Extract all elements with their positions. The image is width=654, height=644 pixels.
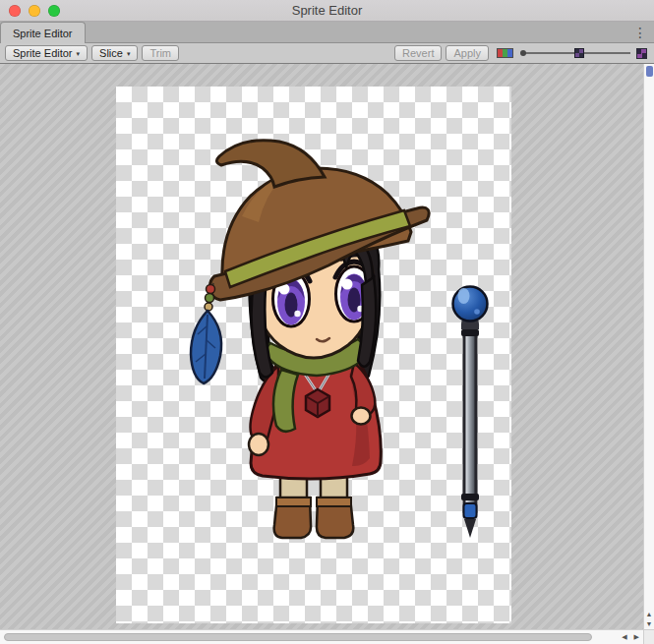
rgb-alpha-toggle-icon[interactable] xyxy=(497,48,513,58)
sprite-editor-window: Sprite Editor Sprite Editor ⋮ Sprite Edi… xyxy=(0,0,654,644)
window-controls xyxy=(9,5,60,17)
tab-label: Sprite Editor xyxy=(13,28,73,39)
sprite-editor-dropdown-label: Sprite Editor xyxy=(13,47,73,59)
mip-levels-icon xyxy=(636,48,647,59)
zoom-button[interactable] xyxy=(48,5,60,17)
scroll-up-button[interactable]: ▲ xyxy=(646,611,653,617)
kebab-menu-icon[interactable]: ⋮ xyxy=(633,25,647,40)
chevron-down-icon: ▾ xyxy=(127,50,131,57)
vertical-scrollbar-arrows: ▲ ▼ xyxy=(644,611,654,627)
minimize-button[interactable] xyxy=(29,5,40,17)
window-title: Sprite Editor xyxy=(0,3,654,18)
zoom-slider[interactable] xyxy=(520,45,630,61)
trim-button[interactable]: Trim xyxy=(142,45,179,61)
scroll-right-button[interactable]: ▶ xyxy=(634,633,639,640)
revert-button-label: Revert xyxy=(402,47,434,59)
scroll-left-button[interactable]: ◀ xyxy=(622,633,626,640)
close-button[interactable] xyxy=(9,5,21,17)
texture-area xyxy=(116,87,511,623)
sprite-editor-dropdown[interactable]: Sprite Editor ▾ xyxy=(5,45,88,61)
staff xyxy=(453,287,488,539)
zoom-slider-thumb[interactable] xyxy=(574,48,584,58)
revert-button[interactable]: Revert xyxy=(394,45,442,61)
scroll-down-button[interactable]: ▼ xyxy=(646,620,653,627)
horizontal-scrollbar-thumb[interactable] xyxy=(4,633,592,641)
tab-bar: Sprite Editor ⋮ xyxy=(0,22,654,43)
horizontal-scrollbar-arrows: ◀ ▶ xyxy=(622,633,639,640)
apply-button[interactable]: Apply xyxy=(446,45,489,61)
sprite-image xyxy=(116,87,511,623)
sprite-canvas[interactable] xyxy=(0,64,643,629)
trim-button-label: Trim xyxy=(149,47,171,59)
toolbar: Sprite Editor ▾ Slice ▾ Trim Revert Appl… xyxy=(0,43,654,64)
chevron-down-icon: ▾ xyxy=(77,50,81,57)
vertical-scrollbar[interactable]: ▲ ▼ xyxy=(643,64,654,629)
zoom-slider-min-dot xyxy=(520,50,526,56)
tab-sprite-editor[interactable]: Sprite Editor xyxy=(0,22,86,43)
vertical-scrollbar-thumb[interactable] xyxy=(646,66,653,77)
title-bar[interactable]: Sprite Editor xyxy=(0,0,654,22)
apply-button-label: Apply xyxy=(453,47,481,59)
horizontal-scrollbar[interactable]: ◀ ▶ xyxy=(0,629,643,644)
scrollbar-corner xyxy=(643,629,654,644)
slice-dropdown-label: Slice xyxy=(99,47,123,59)
witch-character xyxy=(191,141,429,538)
slice-dropdown[interactable]: Slice ▾ xyxy=(91,45,138,61)
